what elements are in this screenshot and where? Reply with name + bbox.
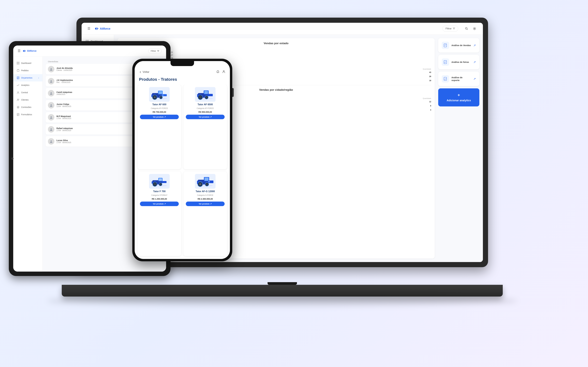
valor-total-label: Valor total [156,47,431,50]
analytics-card-suporte[interactable]: Análise de suporte ↗ [438,72,479,86]
svg-point-28 [17,92,19,93]
tablet-nav-orcamentos[interactable]: Orçamentos › [13,74,43,82]
svg-point-34 [51,92,52,93]
settings-icon[interactable] [472,26,477,31]
svg-point-80 [206,183,208,185]
tablet-nav-analytics[interactable]: Analytics [13,82,43,89]
add-icon: + [458,93,460,98]
phone-product-img-1 [149,87,170,102]
list-item-sub-1: Cliente · 14/06/2025 [56,69,144,71]
phone-view-btn-1[interactable]: Ver produto ↗ [140,115,179,119]
tablet-pedidos-icon [17,69,19,72]
tablet-nav-dashboard[interactable]: Dashboard [13,59,43,67]
svg-point-38 [51,140,52,142]
list-item-avatar-7 [48,138,54,145]
svg-point-36 [51,116,52,117]
svg-point-2 [474,28,475,29]
tablet-nav-clientes-label: Clientes [21,99,29,101]
phone-view-btn-2[interactable]: Ver produto ↗ [186,115,225,119]
list-item-info-5: M.P Maquinast 17/04 · 08/06/2025 [56,115,138,119]
phone-view-btn-4[interactable]: Ver produto ↗ [186,201,225,206]
tablet-nav-clientes[interactable]: Clientes [13,96,43,103]
tablet-filter-button[interactable]: Filtrar [148,49,162,53]
phone-product-price-2: R$ 950.000,00 [199,111,212,113]
phone-back-button[interactable]: Voltar [139,70,149,74]
svg-rect-70 [162,181,166,183]
svg-rect-51 [151,94,152,97]
tablet-nav-central[interactable]: Central [13,89,43,96]
tablet-nav-formularios-label: Formulários [21,113,32,116]
laptop-header: ☰ Aitforce Filtrar [82,23,483,35]
svg-point-78 [199,184,201,185]
svg-rect-83 [197,181,198,184]
view-arrow-4: ↗ [210,203,212,205]
svg-point-33 [51,80,52,81]
list-item-info-1: José de Almeida Cliente · 14/06/2025 [56,67,144,71]
svg-rect-71 [152,181,153,184]
list-item-name-6: Rafael máquinas [56,127,136,129]
phone-product-price-3: R$ 1.250.000,00 [152,198,167,200]
analytics-card-feiras[interactable]: Análise de feiras ↗ [438,55,479,69]
tablet-nav-pedidos[interactable]: Pedidos [13,67,43,74]
tablet-menu-icon[interactable]: ☰ [18,49,21,53]
search-icon[interactable] [464,26,469,31]
svg-point-67 [154,183,156,185]
laptop-hinge-notch [268,282,297,285]
svg-point-39 [223,70,224,72]
analytics-card-text-feiras: Análise de feiras [451,61,471,64]
laptop-menu-icon[interactable]: ☰ [87,27,90,31]
tablet-logo-text: Aitforce [27,50,36,52]
svg-rect-61 [197,94,198,97]
add-analytics-button[interactable]: + Adicionar analytics [438,88,479,106]
tractor-img-1 [150,88,169,101]
chart-doc-icon-2 [443,60,448,64]
phone-product-category-4: Categoria G-FORCE [197,194,213,196]
phone-product-name-1: Tator AF 600 [152,103,166,106]
filter-icon [453,27,455,30]
list-item-name-3: Camil máquinas [56,91,137,93]
tablet-nav-orcamentos-label: Orçamentos [21,77,32,79]
phone-notch [171,61,194,66]
phone-product-name-3: Tator F 700 [153,190,165,193]
list-item-info-3: Camil máquinas 14/06/2025 [56,91,137,95]
phone-product-card-2: Tator AF 6500 Categoria AF-FORCE R$ 950.… [183,85,227,169]
list-item-avatar-1 [48,66,54,72]
tablet-nav-formularios[interactable]: Formulários [13,111,43,118]
svg-rect-0 [95,28,96,30]
logo-icon [95,26,99,31]
laptop-logo: Aitforce [95,26,110,31]
tablet-comissoes-icon [17,106,19,108]
svg-rect-20 [444,77,447,80]
list-item-name-2: J.K Implementos [56,79,137,81]
avatar-icon-1 [49,67,53,71]
tablet-camera [11,158,14,159]
phone-view-btn-3[interactable]: Ver produto ↗ [140,201,179,206]
list-item-name-7: Lucas Silva [56,139,136,142]
avatar-icon-3 [49,91,53,95]
svg-rect-60 [208,94,213,96]
tablet-nav-dashboard-label: Dashboard [21,62,31,64]
phone-user-icon[interactable] [222,70,225,74]
svg-rect-19 [444,60,447,64]
back-arrow-icon [139,71,142,73]
tablet-orcamentos-icon [17,76,19,79]
svg-point-48 [160,96,162,98]
analytics-card-arrow-suporte[interactable]: ↗ [473,77,476,81]
phone-product-price-4: R$ 2.300.000,00 [198,198,213,200]
product-qty-1: 43 [429,71,431,73]
analytics-card-vendas[interactable]: Análise de Vendas ↗ [438,38,479,53]
tablet-nav-comissoes[interactable]: Comissões [13,103,43,111]
laptop-filter-button[interactable]: Filtrar [442,26,458,32]
tablet-nav-comissoes-label: Comissões [21,106,31,108]
avatar-icon-6 [49,127,53,131]
list-item-sub-2: Rec. · 03/06/2025 [56,81,137,83]
view-arrow-3: ↗ [164,203,166,205]
analytics-card-arrow-vendas[interactable]: ↗ [473,44,476,47]
phone-product-category-3: Categoria STORM-F [151,194,167,196]
phone-bell-icon[interactable] [216,70,220,74]
tablet-logo: Aitforce [23,49,36,53]
phone-product-price-1: R$ 750.000,00 [153,111,166,113]
col-header-client: Cliente/Data [48,61,137,63]
phone-product-category-2: Categoria AF-FORCE [197,107,214,109]
analytics-card-arrow-feiras[interactable]: ↗ [473,60,476,64]
